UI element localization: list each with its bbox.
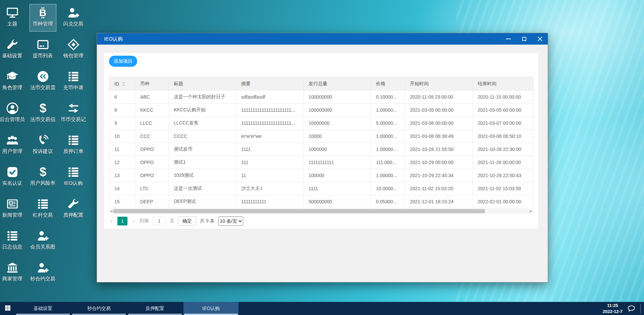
start-button[interactable] (0, 302, 15, 315)
desktop-icon-member-relation[interactable]: 会员关系图 (28, 227, 58, 259)
check-square-icon (6, 165, 19, 179)
chat-bubble-icon[interactable] (627, 304, 636, 313)
desktop-icon-flash-exchange[interactable]: 闪兑交易 (58, 4, 89, 36)
windows-logo-icon (4, 305, 11, 313)
cell-发行总量: 100000 (304, 169, 371, 182)
goto-page-input[interactable] (153, 217, 166, 225)
table-row: 10CCCCCCCer'w'er'we100001.00000...2021-0… (109, 130, 533, 143)
scrollbar-thumb[interactable] (113, 209, 485, 213)
bank-icon (6, 261, 19, 274)
desktop-icon-label: 闪兑交易 (63, 21, 84, 27)
desktop-icon-label: 钱包管理 (63, 53, 84, 59)
desktop-icon-label: 主题 (7, 21, 17, 27)
desktop-icon-admin-manager[interactable]: 后台管理员 (0, 100, 28, 132)
desktop-icon-label: 提币列表 (33, 53, 53, 59)
scroll-left-icon[interactable]: ◀ (109, 209, 114, 213)
desktop-icon-news-management[interactable]: 新闻管理 (0, 195, 28, 227)
desktop-icon-basic-settings[interactable]: 基础设置 (0, 36, 28, 68)
desktop-icon-label: 用户管理 (2, 148, 22, 155)
cell-币种: LTC (135, 182, 169, 195)
desktop-icon-label: 充币申请 (63, 85, 84, 91)
desktop-icon-fiat-trade-info[interactable]: $法币交易信 (28, 100, 58, 132)
cell-结束时间: 2021-10-28 22:30:00 (473, 143, 533, 156)
current-page-badge[interactable]: 1 (117, 217, 127, 225)
desktop-icon-log-info[interactable]: 日志信息 (0, 227, 28, 259)
wrench-icon (67, 197, 80, 211)
desktop-icon-fiat-trade-demand[interactable]: 法币交易需 (28, 68, 58, 100)
taskbar-item-秒合约交易[interactable]: 秒合约交易 (71, 302, 126, 315)
clock-time: 11:25 (603, 303, 623, 309)
desktop-icon-user-management[interactable]: 用户管理 (0, 132, 28, 163)
desktop-icon-leverage-trade[interactable]: 杠杆交易 (28, 195, 58, 227)
dollar-icon: $ (36, 102, 50, 115)
desktop-icon-deposit-apply[interactable]: 充币申请 (58, 68, 89, 100)
cell-ID: 8 (109, 104, 135, 117)
taskbar-item-label: 基础设置 (34, 306, 52, 312)
desktop-icon-theme[interactable]: 主题 (0, 4, 28, 36)
maximize-button[interactable] (516, 33, 532, 45)
desktop-icon-complaint-suggest[interactable]: 投诉建议 (28, 132, 58, 163)
desktop-icon-label: 用户风险率 (30, 180, 55, 187)
list-icon (67, 134, 80, 147)
cell-发行总量: 1000000 (304, 143, 371, 156)
column-header-ID[interactable]: ID (109, 77, 135, 91)
taskbar-item-indicator (184, 314, 238, 315)
prev-page-icon[interactable]: ‹ (109, 218, 114, 224)
table-row: 14LTC这是一次测试沙士大夫1111110.0000...2021-11-02… (109, 182, 533, 195)
list-icon (67, 70, 80, 83)
desktop-icon-merchant-management[interactable]: 商家管理 (0, 259, 28, 291)
next-page-icon[interactable]: › (131, 218, 136, 224)
cell-开始时间: 2021-10-28 21:55:50 (405, 143, 473, 156)
minimize-button[interactable] (500, 33, 516, 45)
table-row: 12OPPO测试111111111111111111.000...2021-10… (109, 156, 533, 169)
taskbar-tray: 11:25 2022-12-7 (603, 302, 644, 315)
desktop-icon-coin-trade-record[interactable]: 币币交易记 (58, 100, 89, 132)
scroll-right-icon[interactable]: ▶ (529, 209, 533, 213)
list-icon (36, 197, 50, 211)
desktop-icon-label: 币币交易记 (61, 116, 86, 123)
desktop-icon-second-contract[interactable]: 秒合约交易 (28, 259, 58, 291)
desktop-icon-role-management[interactable]: 角色管理 (0, 68, 28, 100)
taskbar-item-IEO认购[interactable]: IEO认购 (183, 302, 238, 315)
table-header-row: ID币种标题摘要发行总量价格开始时间结束时间 (109, 77, 533, 91)
show-desktop-button[interactable] (640, 304, 641, 313)
taskbar-clock[interactable]: 11:25 2022-12-7 (603, 303, 623, 314)
desktop-icon-label: 杠杆交易 (33, 212, 53, 218)
cell-摘要: 1111111111111111111111... (236, 117, 304, 130)
user-plus-icon (36, 229, 50, 243)
taskbar-item-indicator (16, 314, 70, 315)
dollar-icon: $ (36, 165, 50, 179)
taskbar-item-基础设置[interactable]: 基础设置 (15, 302, 70, 315)
desktop-icon-coin-management[interactable]: B币种管理 (28, 4, 58, 36)
cell-结束时间: 2022-02-01 00:00:00 (473, 195, 533, 208)
cell-摘要: 11 (236, 169, 304, 182)
cell-价格: 1.00000... (371, 130, 405, 143)
desktop-icon-ieo-subscribe[interactable]: IEO认购 (58, 163, 89, 195)
cell-价格: 1.00000... (371, 143, 405, 156)
desktop-icon-user-risk-rate[interactable]: $用户风险率 (28, 163, 58, 195)
ieo-window: IEO认购 添加项目 ID币种标题摘要发行总量价格开始时间结束时间 6ABC这是… (97, 33, 548, 282)
close-button[interactable] (532, 33, 548, 45)
desktop-icon-wallet-management[interactable]: 钱包管理 (58, 36, 89, 68)
page-size-select[interactable]: 10 条/页 (218, 216, 243, 226)
cell-价格: 0.10000... (371, 91, 405, 104)
cell-发行总量: 100000000 (304, 91, 371, 104)
taskbar-item-质押配置[interactable]: 质押配置 (127, 302, 182, 315)
cell-摘要: 沙士大夫1 (236, 182, 304, 195)
desktop-icon-pledge-config[interactable]: 质押配置 (58, 195, 89, 227)
desktop-icon-withdraw-list[interactable]: 提币列表 (28, 36, 58, 68)
desktop-icon-label: 秒合约交易 (30, 276, 55, 282)
add-project-button[interactable]: 添加项目 (109, 56, 137, 67)
graduation-cap-icon (6, 70, 19, 83)
confirm-button[interactable]: 确定 (178, 216, 196, 226)
cell-价格: 10.0000... (371, 182, 405, 195)
toolbar-divider (109, 75, 533, 76)
desktop-icon-pledge-order[interactable]: 质押订单 (58, 132, 89, 163)
cell-币种: CCC (135, 130, 169, 143)
sort-icon[interactable] (122, 82, 125, 86)
desktop-icon-realname-auth[interactable]: 实名认证 (0, 163, 28, 195)
cell-开始时间: 2021-10-29 00:00:00 (405, 156, 473, 169)
cell-价格: 0.05300... (371, 195, 405, 208)
desktop-icon-label: 新闻管理 (2, 212, 22, 218)
bitcoin-icon: B (36, 6, 50, 19)
